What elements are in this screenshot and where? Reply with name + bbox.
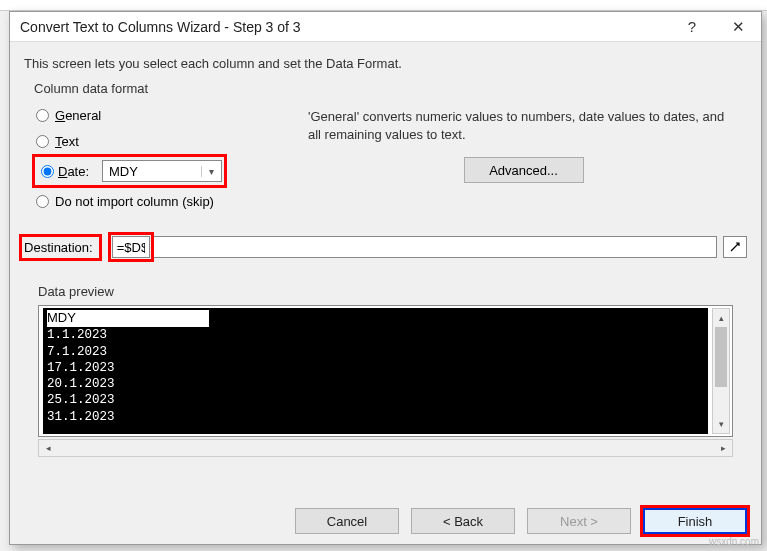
group-title: Column data format <box>32 81 739 96</box>
format-description-column: 'General' converts numeric values to num… <box>282 102 739 183</box>
advanced-button[interactable]: Advanced... <box>464 157 584 183</box>
scroll-left-icon[interactable]: ◂ <box>39 443 57 453</box>
vertical-scrollbar[interactable]: ▴ ▾ <box>712 308 730 434</box>
range-picker-button[interactable] <box>723 236 747 258</box>
radio-skip-input[interactable] <box>36 195 49 208</box>
radio-text-label: ext <box>62 134 79 149</box>
format-description: 'General' converts numeric values to num… <box>308 108 739 143</box>
close-button[interactable]: ✕ <box>715 12 761 42</box>
watermark: wsxdn.com <box>709 536 759 547</box>
cancel-button[interactable]: Cancel <box>295 508 399 534</box>
next-button: Next > <box>527 508 631 534</box>
radio-date[interactable]: Date: MDY ▾ <box>37 158 222 184</box>
radio-general-label: eneral <box>65 108 101 123</box>
finish-button[interactable]: Finish <box>643 508 747 534</box>
date-format-value: MDY <box>103 164 201 179</box>
data-preview: MDY 1.1.2023 7.1.2023 17.1.2023 20.1.202… <box>38 305 733 437</box>
radio-skip[interactable]: Do not import column (skip) <box>32 188 282 214</box>
horizontal-scrollbar[interactable]: ◂ ▸ <box>38 439 733 457</box>
advanced-label: dvanced... <box>498 163 558 178</box>
app-ribbon-bg <box>0 0 767 11</box>
scroll-right-icon[interactable]: ▸ <box>714 443 732 453</box>
destination-input-extend[interactable] <box>154 236 717 258</box>
destination-row: Destination: <box>24 232 747 262</box>
radio-list: General Text Date: MDY ▾ <box>32 102 282 214</box>
radio-skip-label: Do not import column (skip) <box>55 194 214 209</box>
radio-text[interactable]: Text <box>32 128 282 154</box>
instruction-text: This screen lets you select each column … <box>24 56 747 71</box>
range-picker-icon <box>729 241 741 253</box>
radio-text-input[interactable] <box>36 135 49 148</box>
scroll-down-icon[interactable]: ▾ <box>713 415 729 433</box>
preview-label: Data preview <box>38 284 747 299</box>
radio-general[interactable]: General <box>32 102 282 128</box>
scroll-up-icon[interactable]: ▴ <box>713 309 729 327</box>
help-button[interactable]: ? <box>669 12 715 42</box>
radio-general-input[interactable] <box>36 109 49 122</box>
date-format-combo[interactable]: MDY ▾ <box>102 160 222 182</box>
button-row: Cancel < Back Next > Finish <box>10 494 761 544</box>
titlebar: Convert Text to Columns Wizard - Step 3 … <box>10 12 761 42</box>
radio-date-input[interactable] <box>41 165 54 178</box>
back-button[interactable]: < Back <box>411 508 515 534</box>
destination-input[interactable] <box>112 236 150 258</box>
wizard-dialog: Convert Text to Columns Wizard - Step 3 … <box>9 11 762 545</box>
scroll-thumb[interactable] <box>715 327 727 387</box>
column-data-format-group: Column data format General Text Date: <box>24 81 747 222</box>
preview-content: MDY 1.1.2023 7.1.2023 17.1.2023 20.1.202… <box>43 308 708 434</box>
dialog-body: This screen lets you select each column … <box>10 42 761 494</box>
radio-date-label: ate: <box>67 164 89 179</box>
dialog-title: Convert Text to Columns Wizard - Step 3 … <box>20 19 669 35</box>
chevron-down-icon[interactable]: ▾ <box>201 166 221 177</box>
